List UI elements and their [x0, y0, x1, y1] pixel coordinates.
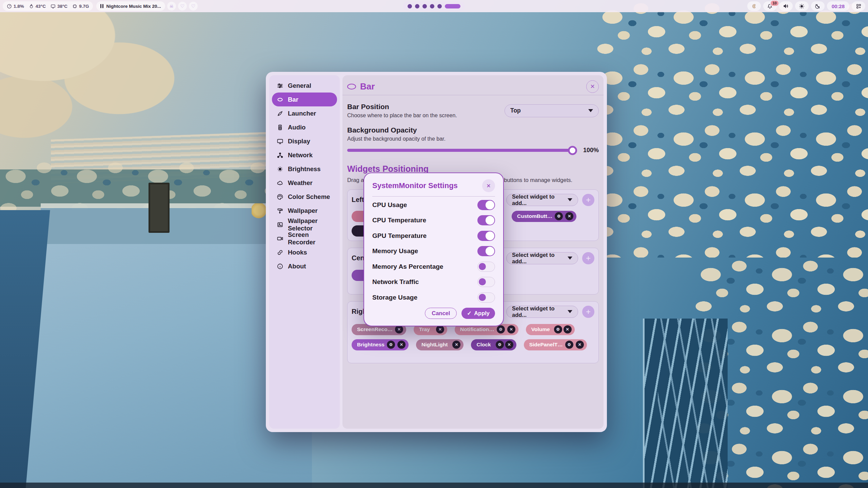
settings-sidebar: General Bar Launcher Audio Display Netwo…: [269, 75, 340, 429]
sidebar-item-weather[interactable]: Weather: [272, 176, 337, 190]
heart-icon[interactable]: ♡: [178, 2, 187, 11]
memory-stat: 9.7G: [72, 4, 89, 9]
sun-icon: [799, 3, 805, 9]
panel-header: Bar ✕: [347, 79, 599, 94]
sidebar-item-wallpaper[interactable]: Wallpaper: [272, 204, 337, 218]
widget-chip[interactable]: NightLight ✕: [416, 339, 463, 350]
network-icon: [277, 152, 283, 159]
add-widget-button[interactable]: +: [582, 252, 594, 264]
workspace-dot[interactable]: [437, 4, 442, 8]
workspace-dot[interactable]: [408, 4, 412, 8]
network-traffic-toggle[interactable]: [477, 277, 495, 287]
sidebar-item-launcher[interactable]: Launcher: [272, 106, 337, 120]
volume-button[interactable]: [779, 1, 793, 11]
slider-handle[interactable]: [568, 146, 577, 155]
remove-icon[interactable]: ✕: [565, 212, 573, 220]
sidebar-item-network[interactable]: Network: [272, 148, 337, 162]
notifications-button[interactable]: 10: [763, 1, 777, 11]
gear-icon[interactable]: ⚙: [554, 325, 562, 333]
close-modal-button[interactable]: ✕: [482, 179, 495, 192]
setting-label: Bar Position: [347, 103, 457, 111]
add-widget-dropdown[interactable]: Select widget to add...: [506, 306, 578, 318]
notification-count-badge: 10: [770, 0, 779, 6]
sidebar-item-wallpaper-selector[interactable]: Wallpaper Selector: [272, 218, 337, 231]
media-player-pill[interactable]: Nightcore Music Mix 20...: [96, 1, 165, 11]
brightness-button[interactable]: [795, 1, 809, 11]
sidebar-item-about[interactable]: About: [272, 259, 337, 273]
widget-chip[interactable]: Volume ⚙ ✕: [526, 324, 575, 335]
add-widget-button[interactable]: +: [582, 306, 594, 318]
speaker-box-icon: [277, 124, 283, 131]
remove-icon[interactable]: ✕: [436, 325, 444, 333]
remove-icon[interactable]: ✕: [564, 325, 572, 333]
workspaces-indicator[interactable]: [403, 1, 465, 11]
sidebar-item-color-scheme[interactable]: Color Scheme: [272, 190, 337, 204]
toggle-row-cpu-usage: CPU Usage: [372, 197, 495, 213]
nightlight-button[interactable]: [811, 1, 825, 11]
apply-button[interactable]: ✓ Apply: [461, 308, 495, 319]
memory-usage-toggle[interactable]: [477, 246, 495, 256]
workspace-dot[interactable]: [422, 4, 427, 8]
widget-chip[interactable]: CustomButt… ⚙ ✕: [512, 211, 576, 222]
sidebar-item-screen-recorder[interactable]: Screen Recorder: [272, 231, 337, 245]
gear-icon[interactable]: ⚙: [565, 341, 573, 349]
system-stats-pill[interactable]: 1.8% 43°C 38°C 9.7G: [3, 1, 93, 11]
sidebar-item-hooks[interactable]: Hooks: [272, 245, 337, 259]
toggle-row-memory-usage: Memory Usage: [372, 244, 495, 259]
check-icon: ✓: [467, 310, 472, 317]
widget-chip[interactable]: SidePanelT… ⚙ ✕: [524, 339, 587, 350]
wallpaper-foliage: [0, 0, 176, 142]
sidebar-item-bar[interactable]: Bar: [272, 93, 337, 106]
opacity-slider[interactable]: [347, 149, 576, 152]
palette-icon: [277, 194, 283, 200]
gear-icon[interactable]: ⚙: [555, 212, 563, 220]
widget-chip[interactable]: Clock ⚙ ✕: [471, 339, 516, 350]
systemmonitor-settings-modal: SystemMonitor Settings ✕ CPU Usage CPU T…: [363, 172, 504, 326]
close-window-button[interactable]: ✕: [586, 80, 599, 93]
chevron-down-icon: [568, 257, 572, 260]
add-widget-button[interactable]: +: [582, 194, 594, 206]
opacity-value: 100%: [581, 147, 599, 154]
dashboard-button[interactable]: [852, 1, 865, 11]
remove-icon[interactable]: ✕: [505, 341, 513, 349]
sidebar-item-display[interactable]: Display: [272, 134, 337, 148]
setting-label: Background Opacity: [347, 126, 599, 134]
workspace-dot[interactable]: [430, 4, 434, 8]
clock[interactable]: 00:28: [827, 1, 849, 11]
top-bar: 1.8% 43°C 38°C 9.7G Nightcore Music Mix …: [0, 0, 868, 12]
gear-icon[interactable]: ⚙: [496, 341, 504, 349]
skull-icon[interactable]: ☠: [167, 2, 176, 11]
pause-icon: [100, 4, 103, 8]
storage-usage-toggle[interactable]: [477, 292, 495, 303]
tray-app-icon[interactable]: [747, 1, 761, 11]
workspace-dot[interactable]: [415, 4, 419, 8]
add-widget-dropdown[interactable]: Select widget to add...: [506, 194, 578, 206]
heart-icon[interactable]: ♡: [189, 2, 198, 11]
memory-as-percentage-toggle[interactable]: [477, 262, 495, 272]
remove-icon[interactable]: ✕: [395, 325, 403, 333]
moon-slash-icon: [815, 3, 821, 9]
cpu-usage-toggle[interactable]: [477, 200, 495, 210]
remove-icon[interactable]: ✕: [452, 341, 460, 349]
widget-chip[interactable]: Brightness ⚙ ✕: [352, 339, 409, 350]
remove-icon[interactable]: ✕: [576, 341, 584, 349]
sun-icon: [277, 166, 283, 172]
remove-icon[interactable]: ✕: [507, 325, 515, 333]
gear-icon[interactable]: ⚙: [497, 325, 505, 333]
gpu-temperature-toggle[interactable]: [477, 231, 495, 241]
add-widget-dropdown[interactable]: Select widget to add...: [506, 252, 578, 264]
modal-header: SystemMonitor Settings ✕: [372, 179, 495, 192]
divider: [372, 196, 495, 197]
background-opacity-row: Background Opacity Adjust the background…: [347, 126, 599, 154]
sidebar-item-general[interactable]: General: [272, 79, 337, 93]
gear-icon[interactable]: ⚙: [387, 341, 395, 349]
sidebar-item-audio[interactable]: Audio: [272, 120, 337, 134]
cpu-temperature-toggle[interactable]: [477, 215, 495, 225]
toggle-row-network-traffic: Network Traffic: [372, 274, 495, 290]
remove-icon[interactable]: ✕: [397, 341, 406, 349]
cancel-button[interactable]: Cancel: [425, 308, 457, 319]
workspace-active-dot[interactable]: [445, 4, 460, 8]
bar-position-dropdown[interactable]: Top: [505, 104, 599, 117]
sidebar-item-brightness[interactable]: Brightness: [272, 162, 337, 176]
setting-description: Adjust the background opacity of the bar…: [347, 136, 599, 142]
